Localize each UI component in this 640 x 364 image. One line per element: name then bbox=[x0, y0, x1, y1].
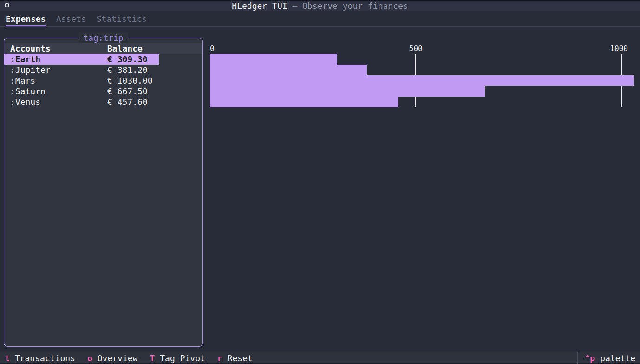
hotkey-transactions[interactable]: tTransactions bbox=[5, 353, 75, 363]
balance-chart: 05001000 bbox=[210, 45, 634, 107]
table-row-selected[interactable]: :Earth€ 309.30 bbox=[4, 54, 159, 65]
hotkey-key: t bbox=[5, 353, 10, 363]
accounts-table: Accounts Balance :Earth€ 309.30:Jupiter€… bbox=[4, 43, 202, 107]
account-name: :Jupiter bbox=[4, 65, 51, 75]
chart-bars-area bbox=[210, 54, 634, 107]
account-name: :Mars bbox=[4, 76, 35, 85]
column-header-balance: Balance bbox=[107, 43, 143, 54]
table-row[interactable]: :Saturn€ 667.50 bbox=[4, 86, 159, 97]
hotkey-overview[interactable]: oOverview bbox=[87, 353, 138, 363]
status-bar: tTransactionsoOverviewTTag PivotrReset^p… bbox=[0, 352, 640, 364]
hotkey-label: Tag Pivot bbox=[160, 353, 205, 363]
page-title: HLedger TUI — Observe your finances bbox=[232, 1, 408, 11]
table-header: Accounts Balance bbox=[4, 43, 202, 54]
chart-bar-venus bbox=[210, 97, 398, 107]
hotkey-palette[interactable]: ^ppalette bbox=[585, 353, 635, 363]
hotkey-key: o bbox=[87, 353, 92, 363]
account-balance: € 667.50 bbox=[107, 86, 148, 97]
pivot-panel: tag:trip Accounts Balance :Earth€ 309.30… bbox=[4, 38, 203, 347]
app-subtitle: — Observe your finances bbox=[292, 1, 408, 11]
account-name: :Venus bbox=[4, 97, 40, 107]
chart-bar-mars bbox=[210, 75, 634, 86]
account-balance: € 309.30 bbox=[107, 54, 148, 65]
table-row[interactable]: :Jupiter€ 381.20 bbox=[4, 65, 159, 75]
status-bar-right: ^ppalette bbox=[577, 352, 640, 364]
panel-title: tag:trip bbox=[78, 32, 128, 43]
tab-assets[interactable]: Assets bbox=[56, 11, 86, 26]
table-body: :Earth€ 309.30:Jupiter€ 381.20:Mars€ 103… bbox=[4, 54, 202, 107]
hotkey-label: Overview bbox=[98, 353, 138, 363]
hotkey-label: Reset bbox=[228, 353, 253, 363]
account-name: :Earth bbox=[4, 54, 40, 64]
column-header-accounts: Accounts bbox=[4, 44, 51, 53]
app-title: HLedger TUI bbox=[232, 1, 292, 11]
hotkey-reset[interactable]: rReset bbox=[217, 353, 253, 363]
x-axis-tick-label: 0 bbox=[210, 45, 215, 52]
chart-x-axis: 05001000 bbox=[210, 45, 634, 52]
chart-bar-jupiter bbox=[210, 65, 367, 75]
table-row[interactable]: :Venus€ 457.60 bbox=[4, 97, 159, 107]
account-balance: € 1030.00 bbox=[107, 75, 153, 86]
account-balance: € 457.60 bbox=[107, 97, 148, 107]
table-row[interactable]: :Mars€ 1030.00 bbox=[4, 75, 159, 86]
app-window: HLedger TUI — Observe your finances Expe… bbox=[0, 0, 640, 364]
hotkey-label: palette bbox=[600, 353, 635, 363]
hotkey-key: T bbox=[150, 353, 155, 363]
hotkey-label: Transactions bbox=[15, 353, 75, 363]
tab-statistics[interactable]: Statistics bbox=[97, 11, 147, 26]
account-balance: € 381.20 bbox=[107, 65, 148, 75]
chart-bar-earth bbox=[210, 54, 337, 65]
x-axis-tick-label: 500 bbox=[409, 45, 423, 52]
tab-bar: ExpensesAssetsStatistics bbox=[0, 11, 640, 27]
account-name: :Saturn bbox=[4, 86, 46, 96]
hotkey-key: r bbox=[217, 353, 222, 363]
title-bar: HLedger TUI — Observe your finances bbox=[0, 1, 640, 11]
hotkey-key: ^p bbox=[585, 353, 595, 363]
tab-expenses[interactable]: Expenses bbox=[6, 11, 46, 26]
x-axis-tick-label: 1000 bbox=[610, 45, 628, 52]
hotkey-tag-pivot[interactable]: TTag Pivot bbox=[150, 353, 205, 363]
chart-bar-saturn bbox=[210, 86, 485, 97]
circle-icon bbox=[5, 3, 9, 7]
